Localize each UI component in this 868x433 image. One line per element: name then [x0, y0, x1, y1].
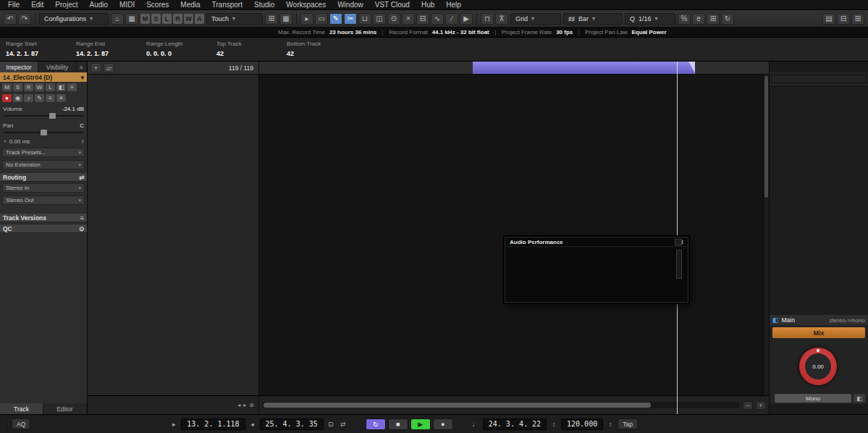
pan-slider[interactable] — [4, 130, 83, 136]
stepper-icon[interactable]: ↕ — [81, 138, 84, 145]
lanes-icon[interactable]: ≡ — [46, 94, 55, 102]
play-tool[interactable]: ▶ — [460, 13, 473, 25]
tempo-display[interactable]: 120.000 — [561, 419, 603, 430]
edit-channel-icon[interactable]: ✎ — [35, 94, 44, 102]
right-zone-icon[interactable]: ▤ — [822, 13, 835, 25]
record-button[interactable]: ● — [433, 419, 453, 430]
tap-tempo-button[interactable]: Tap — [618, 419, 638, 429]
menu-item-project[interactable]: Project — [49, 0, 83, 10]
swap-icon[interactable]: ⇄ — [338, 419, 348, 429]
event-display[interactable] — [259, 75, 769, 395]
menu-item-edit[interactable]: Edit — [25, 0, 49, 10]
range-value[interactable]: 14. 2. 1. 87 — [6, 50, 76, 57]
menu-item-hub[interactable]: Hub — [416, 0, 440, 10]
track-folder-button[interactable]: ▱ — [104, 63, 114, 72]
slider-handle[interactable] — [49, 113, 56, 119]
qc-section-header[interactable]: QC ⊙ — [0, 224, 87, 233]
inspector-l-button[interactable]: L — [46, 83, 55, 91]
volume-value[interactable]: -24.1 dB — [62, 106, 84, 112]
scroll-left-icon[interactable]: ◂ — [237, 402, 240, 408]
dialog-titlebar[interactable]: Audio Performance X — [505, 237, 688, 247]
toolbar-w-button[interactable]: W — [184, 14, 193, 24]
menu-item-help[interactable]: Help — [440, 0, 467, 10]
slider-handle[interactable] — [41, 130, 47, 135]
window-zones-icon[interactable]: ⊞ — [851, 13, 864, 25]
cycle-button[interactable]: ↻ — [366, 419, 386, 430]
toolbar-a-button[interactable]: A — [195, 14, 204, 24]
draw-tool[interactable]: ✎ — [329, 13, 342, 25]
quantize-percent-icon[interactable]: % — [678, 13, 691, 25]
play-button[interactable]: ▶ — [410, 419, 431, 430]
track-versions-section-header[interactable]: Track Versions ≡ — [0, 213, 87, 222]
zoom-in-button[interactable]: + — [756, 401, 766, 410]
automation-mode-dropdown[interactable]: Touch ▾ — [206, 13, 263, 25]
delay-value[interactable]: 0.00 ms — [9, 138, 30, 145]
pan-value[interactable]: C — [80, 122, 84, 129]
inspector-s-button[interactable]: S — [13, 83, 22, 91]
stop-button[interactable]: ■ — [388, 419, 408, 430]
quantize-panel-icon[interactable]: ⊞ — [707, 13, 720, 25]
menu-item-audio[interactable]: Audio — [83, 0, 114, 10]
range-value[interactable]: 42 — [287, 50, 357, 57]
tempo-stepper-icon[interactable]: ↕ — [605, 419, 615, 429]
aq-button[interactable]: AQ — [12, 419, 30, 429]
lock-icon[interactable]: ⊡ — [326, 419, 336, 429]
range-value[interactable]: 14. 2. 1. 87 — [76, 50, 146, 57]
inspector-w-button[interactable]: W — [35, 83, 44, 91]
menu-item-studio[interactable]: Studio — [248, 0, 280, 10]
inspector-m-button[interactable]: M — [2, 83, 12, 91]
time-warp-tool[interactable]: ∿ — [431, 13, 444, 25]
menu-item-workspaces[interactable]: Workspaces — [280, 0, 332, 10]
split-tool[interactable]: ✂ — [344, 13, 357, 25]
cycle-region[interactable] — [473, 62, 695, 74]
main-channel-row[interactable]: ◧ Main stereo->mono — [770, 315, 868, 325]
right-locator-display[interactable]: 25. 4. 3. 35 — [260, 419, 324, 430]
toolbar-r-button[interactable]: R — [173, 14, 182, 24]
input-routing-dropdown[interactable]: Stereo In ▾ — [2, 183, 85, 193]
menu-item-midi[interactable]: MIDI — [114, 0, 140, 10]
grid-type-dropdown[interactable]: Grid ▾ — [510, 13, 561, 25]
reset-quantize-icon[interactable]: ↻ — [721, 13, 734, 25]
horizontal-scrollbar[interactable] — [262, 402, 740, 408]
monitor-icon[interactable]: ◉ — [13, 94, 22, 102]
menu-item-media[interactable]: Media — [174, 0, 206, 10]
mix-source-button[interactable]: Mix — [772, 327, 865, 338]
redo-icon[interactable]: ↷ — [18, 13, 31, 25]
configurations-dropdown[interactable]: Configurations ▾ — [39, 13, 109, 25]
song-position-display[interactable]: 24. 3. 4. 22 — [483, 419, 547, 430]
track-presets-dropdown[interactable]: Track Presets... ▾ — [2, 148, 85, 157]
tab-editor[interactable]: Editor — [43, 403, 87, 414]
menu-item-scores[interactable]: Scores — [140, 0, 174, 10]
suspend-automation-icon[interactable]: ▦ — [279, 13, 292, 25]
music-note-icon[interactable]: ♪ — [24, 94, 33, 102]
right-locator-icon[interactable]: ◂ — [248, 419, 258, 429]
zoom-tool[interactable]: ⊙ — [387, 13, 400, 25]
inspector-r-button[interactable]: R — [24, 83, 33, 91]
inspector-track-header[interactable]: 14_ElecGtr04 (D) ▾ — [0, 72, 87, 82]
menu-item-window[interactable]: Window — [332, 0, 369, 10]
left-locator-display[interactable]: 13. 2. 1.118 — [181, 419, 245, 430]
add-track-button[interactable]: + — [90, 63, 101, 72]
left-locator-icon[interactable]: ▸ — [169, 419, 179, 429]
output-routing-dropdown[interactable]: Stereo Out ▾ — [2, 196, 85, 205]
tab-track[interactable]: Track — [0, 403, 43, 414]
routing-section-header[interactable]: Routing ⇄ — [0, 172, 87, 182]
window-layout-icon[interactable]: ▦ — [125, 13, 138, 25]
snap-type-icon[interactable]: ⊼ — [495, 13, 508, 25]
toolbar-l-button[interactable]: L — [162, 14, 172, 24]
speaker-button[interactable]: ◧ — [854, 394, 865, 403]
range-value[interactable]: 42 — [216, 50, 287, 57]
inspector-menu-icon[interactable]: ≡ — [77, 62, 87, 72]
range-value[interactable]: 0. 0. 0. 0 — [146, 50, 216, 57]
comp-tool[interactable]: ⊟ — [416, 13, 429, 25]
zoom-out-button[interactable]: − — [743, 401, 753, 410]
tab-visibility[interactable]: Visibility — [38, 62, 77, 72]
mute-tool[interactable]: × — [402, 13, 415, 25]
volume-slider[interactable] — [4, 113, 83, 119]
quantize-grid-dropdown[interactable]: ♯♯ Bar ▾ — [563, 13, 623, 25]
menu-item-file[interactable]: File — [2, 0, 25, 10]
menu-item-vst-cloud[interactable]: VST Cloud — [369, 0, 416, 10]
automation-panel-icon[interactable]: ⊞ — [265, 13, 278, 25]
snap-icon[interactable]: ⊓ — [481, 13, 494, 25]
lower-zone-icon[interactable]: ⊟ — [837, 13, 850, 25]
